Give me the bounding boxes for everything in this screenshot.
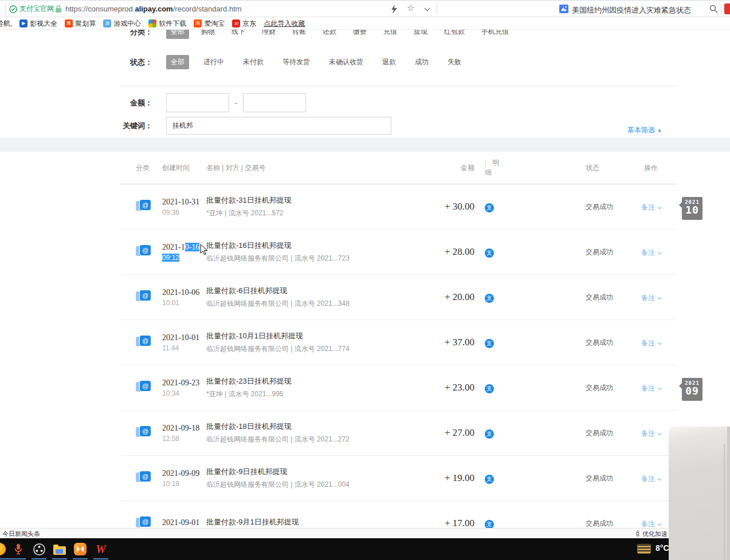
- remark-link[interactable]: 备注: [641, 293, 661, 303]
- remark-link[interactable]: 备注: [641, 203, 661, 212]
- remark-link[interactable]: 备注: [641, 338, 661, 348]
- lock-icon[interactable]: [55, 5, 62, 13]
- filter-option[interactable]: 理财: [257, 30, 280, 39]
- browser-extension-icon[interactable]: [724, 3, 730, 14]
- taskbar-obs-app[interactable]: [29, 538, 49, 560]
- remark-link[interactable]: 备注: [641, 248, 661, 258]
- remark-link[interactable]: 备注: [641, 474, 661, 484]
- filter-option[interactable]: 缴费: [348, 30, 371, 39]
- filter-option[interactable]: 线下: [227, 30, 250, 39]
- bookmark-item[interactable]: 导航,: [0, 19, 12, 29]
- row-title[interactable]: 批量付款-18日挂机邦提现: [206, 421, 355, 432]
- filter-option[interactable]: 还款: [318, 30, 341, 39]
- row-time: 12:58: [162, 435, 206, 443]
- optimize-label: 优化加速: [642, 530, 668, 538]
- filter-option[interactable]: 红包款: [439, 30, 469, 39]
- filter-option[interactable]: 全部: [166, 55, 189, 69]
- row-time: 09:36: [162, 208, 206, 216]
- basic-filter-toggle[interactable]: 基本筛选 ▲: [627, 125, 662, 135]
- remark-link[interactable]: 备注: [641, 519, 661, 529]
- bookmark-item[interactable]: 聚聚划算: [65, 19, 96, 29]
- transactions-table: 分类 创建时间 名称 | 对方 | 交易号 金额 |明细 状态 操作 @ 202…: [120, 152, 676, 528]
- taskbar-video-editor-app[interactable]: [70, 538, 91, 560]
- alipay-detail-icon[interactable]: 支: [485, 294, 494, 303]
- bookmark-item[interactable]: 淘爱淘宝: [194, 19, 225, 29]
- chevron-down-icon: [658, 250, 662, 254]
- search-icon[interactable]: [709, 5, 718, 13]
- site-verified-badge[interactable]: 支付宝官网: [9, 4, 54, 14]
- alipay-detail-icon[interactable]: 支: [485, 429, 494, 439]
- remark-label: 备注: [641, 293, 655, 303]
- row-title[interactable]: 批量付款-31日挂机邦提现: [206, 195, 355, 206]
- remark-link[interactable]: 备注: [641, 384, 661, 393]
- filter-option[interactable]: 进行中: [199, 55, 229, 69]
- taskbar-wps-app[interactable]: W: [91, 538, 111, 560]
- filter-option[interactable]: 等待发货: [278, 55, 315, 69]
- filter-option[interactable]: 未确认收货: [324, 55, 368, 69]
- taskbar-microphone-app[interactable]: [8, 538, 29, 560]
- taskbar-app-partial[interactable]: [0, 538, 8, 560]
- row-title[interactable]: 批量付款-6日挂机邦提现: [206, 286, 355, 296]
- batch-payment-icon: @: [136, 516, 152, 529]
- row-date: 2021-10-01: [162, 333, 206, 342]
- row-amount: + 19.00: [355, 472, 476, 484]
- month-badge: 2021 10: [682, 197, 702, 220]
- row-title[interactable]: 批量付款-16日挂机邦提现: [206, 240, 355, 251]
- optimize-accelerate-button[interactable]: 优化加速: [635, 530, 668, 538]
- windows-taskbar: W 8°C: [0, 538, 730, 560]
- transaction-row: @ 2021-10-06 10:01 批量付款-6日挂机邦提现 临沂超钱网络服务…: [120, 275, 676, 320]
- row-date: 2021-09-23: [162, 378, 206, 388]
- keyword-label: 关键词：: [120, 121, 152, 131]
- filter-option[interactable]: 转账: [288, 30, 311, 39]
- row-title[interactable]: 批量付款-10月1日挂机邦提现: [206, 331, 355, 341]
- row-title[interactable]: 批量付款-9月1日挂机邦提现: [206, 517, 355, 527]
- alipay-detail-icon[interactable]: 支: [485, 384, 494, 393]
- filter-option[interactable]: 全部: [166, 30, 189, 39]
- filter-option[interactable]: 手机充值: [477, 30, 513, 39]
- batch-payment-icon: @: [136, 471, 152, 484]
- bookmark-item[interactable]: JD京东: [232, 19, 256, 29]
- bookmark-label: 导航,: [0, 19, 12, 29]
- alipay-detail-icon[interactable]: 支: [485, 339, 494, 348]
- header-status: 状态: [505, 163, 626, 173]
- status-options: 全部进行中未付款等待发货未确认收货退款成功失败: [166, 55, 476, 69]
- row-time: 10:34: [162, 389, 206, 397]
- filter-option[interactable]: 失败: [443, 55, 466, 69]
- alipay-detail-icon[interactable]: 支: [485, 520, 494, 529]
- filter-option[interactable]: 提现: [409, 30, 432, 39]
- badge-month: 09: [682, 386, 702, 396]
- filter-option[interactable]: 退款: [378, 55, 401, 69]
- bookmark-item[interactable]: 软件下载: [148, 19, 186, 29]
- filter-option[interactable]: 充值: [379, 30, 402, 39]
- bookmark-item[interactable]: 游游戏中心: [103, 19, 141, 29]
- bookmark-star-icon[interactable]: ☆: [407, 3, 414, 13]
- amount-to-input[interactable]: [243, 93, 306, 112]
- alipay-detail-icon[interactable]: 支: [485, 475, 494, 484]
- amount-from-input[interactable]: [166, 93, 229, 112]
- keyword-input[interactable]: [166, 117, 391, 135]
- remark-link[interactable]: 备注: [641, 429, 661, 439]
- url-text[interactable]: https://consumeprod.alipay.com/record/st…: [65, 5, 242, 13]
- taskbar-file-explorer[interactable]: [49, 538, 70, 560]
- row-date: 2021-09-09: [162, 469, 206, 478]
- aitaobao-icon: 淘: [194, 19, 202, 27]
- divider: [5, 4, 6, 14]
- filter-option[interactable]: 购物: [197, 30, 219, 39]
- rocket-icon: [635, 530, 641, 538]
- chevron-down-icon[interactable]: [425, 6, 430, 11]
- lightning-icon[interactable]: [391, 5, 398, 14]
- bookmark-item[interactable]: 点此导入收藏: [264, 19, 305, 29]
- filter-option[interactable]: 未付款: [238, 55, 268, 69]
- filter-option[interactable]: 成功: [410, 55, 433, 69]
- row-title[interactable]: 批量付款-9日挂机邦提现: [206, 467, 355, 477]
- news-ticker[interactable]: 美国纽约州因疫情进入灾难紧急状态: [572, 5, 691, 15]
- alipay-detail-icon[interactable]: 支: [485, 203, 494, 212]
- category-label: 分类：: [120, 30, 152, 37]
- bookmark-item[interactable]: ▶影视大全: [19, 19, 57, 29]
- alipay-detail-icon[interactable]: 支: [485, 249, 494, 258]
- section-gap: [0, 137, 730, 152]
- input-method-icon[interactable]: [637, 544, 651, 554]
- door-frame-line: [724, 444, 725, 560]
- row-title[interactable]: 批量付款-23日挂机邦提现: [206, 376, 355, 387]
- browser-status-bar: 今日新闻头条 优化加速: [0, 528, 730, 538]
